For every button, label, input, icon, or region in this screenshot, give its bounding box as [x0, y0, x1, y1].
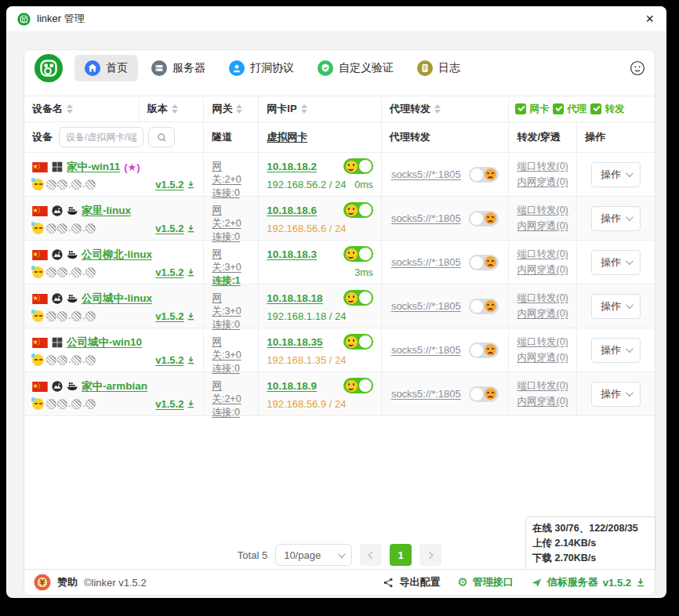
vnic-toggle-on[interactable]: [343, 334, 373, 350]
next-page-button[interactable]: [419, 544, 441, 566]
status-glyph-icon: [46, 267, 56, 277]
header-nic-ip[interactable]: 网卡IP: [259, 96, 382, 121]
tab-home[interactable]: 首页: [74, 55, 138, 82]
action-dropdown-button[interactable]: 操作: [591, 206, 641, 231]
socks-proxy-link[interactable]: socks5://*:1805: [391, 168, 461, 180]
port-forward-link[interactable]: 端口转发(0): [517, 335, 568, 349]
nat-traversal-link[interactable]: 内网穿透(0): [517, 351, 568, 364]
tab-servers[interactable]: 服务器: [141, 55, 216, 82]
device-name-link[interactable]: 家里-linux: [82, 204, 131, 218]
device-name-link[interactable]: 家中-win11: [67, 160, 120, 174]
nat-traversal-link[interactable]: 内网穿透(0): [517, 219, 568, 233]
header-gateway[interactable]: 网关: [204, 96, 259, 121]
action-dropdown-button[interactable]: 操作: [591, 250, 641, 275]
export-config-button[interactable]: 导出配置: [383, 575, 440, 589]
vnic-toggle-on[interactable]: [343, 246, 373, 262]
sponsor-link[interactable]: 赞助: [57, 575, 78, 589]
device-name-link[interactable]: 公司柳北-linux: [82, 248, 152, 262]
action-dropdown-button[interactable]: 操作: [591, 338, 641, 363]
vnic-ip-link[interactable]: 10.18.18.9: [267, 380, 317, 392]
admin-api-button[interactable]: ⚙ 管理接口: [457, 575, 513, 589]
socks-proxy-link[interactable]: socks5://*:1805: [391, 212, 461, 224]
nat-traversal-link[interactable]: 内网穿透(0): [517, 263, 568, 277]
prev-page-button[interactable]: [360, 544, 382, 566]
version-link[interactable]: v1.5.2: [155, 223, 183, 234]
connections-link[interactable]: 连接:0: [212, 406, 250, 419]
gateway-link[interactable]: 网关:2+0: [212, 379, 250, 406]
vnic-ip-link[interactable]: 10.18.18.35: [267, 336, 322, 348]
port-forward-link[interactable]: 端口转发(0): [517, 292, 568, 305]
vnic-toggle-on[interactable]: [343, 158, 373, 174]
socks-proxy-link[interactable]: socks5://*:1805: [391, 256, 461, 268]
vnic-ip-link[interactable]: 10.18.18.3: [267, 248, 317, 260]
proxy-toggle-off[interactable]: [469, 167, 499, 183]
header-device-name[interactable]: 设备名: [24, 96, 140, 121]
checkbox-nic[interactable]: 网卡: [515, 103, 549, 116]
device-name-link[interactable]: 公司城中-win10: [67, 335, 142, 350]
checkbox-forward[interactable]: 转发: [590, 103, 624, 116]
tab-punch-protocol[interactable]: 打洞协议: [219, 55, 304, 82]
vnic-toggle-on[interactable]: [343, 290, 373, 306]
device-name-link[interactable]: 公司城中-linux: [82, 292, 152, 306]
download-icon[interactable]: [187, 180, 195, 189]
proxy-toggle-off[interactable]: [469, 255, 499, 270]
port-forward-link[interactable]: 端口转发(0): [517, 160, 568, 173]
vnic-ip-link[interactable]: 10.18.18.2: [267, 161, 317, 172]
tab-custom-auth[interactable]: 自定义验证: [307, 55, 404, 82]
download-icon[interactable]: [187, 356, 195, 364]
socks-proxy-link[interactable]: socks5://*:1805: [391, 388, 461, 400]
download-icon[interactable]: [187, 400, 195, 408]
search-input[interactable]: [59, 127, 143, 147]
proxy-toggle-off[interactable]: [469, 386, 499, 402]
gateway-link[interactable]: 网关:3+0: [212, 335, 250, 362]
header-version[interactable]: 版本: [140, 96, 205, 121]
status-emoji-strip: ..: [32, 179, 96, 190]
nat-traversal-link[interactable]: 内网穿透(0): [517, 395, 568, 408]
port-forward-link[interactable]: 端口转发(0): [517, 204, 568, 217]
gateway-link[interactable]: 网关:3+0: [212, 248, 250, 274]
download-icon[interactable]: [187, 312, 195, 321]
vnic-ip-link[interactable]: 10.18.18.18: [267, 292, 322, 304]
vnic-toggle-on[interactable]: [343, 202, 373, 218]
socks-proxy-link[interactable]: socks5://*:1805: [391, 300, 461, 312]
port-forward-link[interactable]: 端口转发(0): [517, 379, 568, 393]
virtual-nic-link[interactable]: 虚拟网卡: [267, 130, 307, 144]
toggle-knob: [359, 379, 372, 392]
device-name-link[interactable]: 家中-armbian: [82, 379, 147, 393]
tab-logs[interactable]: 日志: [407, 55, 470, 82]
gateway-link[interactable]: 网关:3+0: [212, 292, 250, 318]
checkbox-proxy[interactable]: 代理: [553, 103, 586, 116]
page-size-select[interactable]: 10/page: [275, 544, 352, 566]
nat-traversal-link[interactable]: 内网穿透(0): [517, 307, 568, 321]
download-icon[interactable]: [187, 224, 195, 233]
beacon-version-label: v1.5.2: [603, 577, 631, 589]
proxy-toggle-off[interactable]: [469, 299, 499, 314]
socks-proxy-link[interactable]: socks5://*:1805: [391, 344, 461, 356]
header-proxy-forward[interactable]: 代理转发: [382, 96, 510, 121]
version-link[interactable]: v1.5.2: [155, 398, 183, 410]
smiley-face-icon[interactable]: [630, 60, 645, 76]
nat-traversal-link[interactable]: 内网穿透(0): [517, 176, 568, 189]
download-icon[interactable]: [187, 268, 195, 277]
vnic-toggle-on[interactable]: [343, 378, 373, 393]
version-link[interactable]: v1.5.2: [155, 354, 183, 366]
version-link[interactable]: v1.5.2: [155, 179, 183, 190]
action-dropdown-button[interactable]: 操作: [591, 294, 641, 319]
close-button[interactable]: ×: [644, 12, 655, 26]
gateway-link[interactable]: 网关:2+0: [212, 204, 250, 230]
gateway-link[interactable]: 网关:2+0: [212, 160, 250, 187]
port-forward-link[interactable]: 端口转发(0): [517, 248, 568, 261]
page-1-button[interactable]: 1: [390, 544, 412, 566]
vnic-ip-link[interactable]: 10.18.18.6: [267, 205, 317, 216]
china-flag-icon: [32, 294, 48, 304]
download-icon[interactable]: [636, 578, 645, 587]
action-dropdown-button[interactable]: 操作: [591, 162, 641, 187]
version-link[interactable]: v1.5.2: [155, 266, 183, 278]
version-link[interactable]: v1.5.2: [155, 310, 183, 322]
action-dropdown-button[interactable]: 操作: [591, 382, 641, 407]
beacon-server-button[interactable]: 信标服务器 v1.5.2: [531, 575, 645, 589]
proxy-toggle-off[interactable]: [469, 342, 499, 358]
search-button[interactable]: [148, 127, 175, 147]
proxy-toggle-off[interactable]: [469, 211, 499, 226]
total-count-label: Total 5: [238, 549, 267, 561]
